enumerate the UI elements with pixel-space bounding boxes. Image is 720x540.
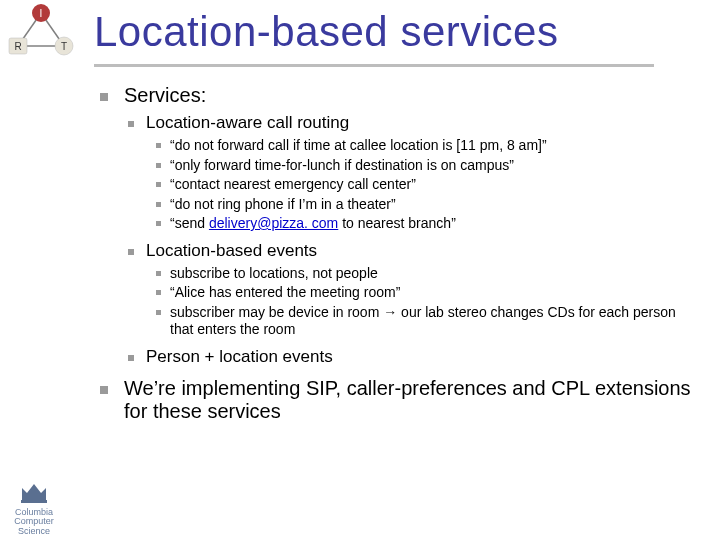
routing-item: “only forward time-for-lunch if destinat…	[156, 157, 700, 175]
routing-item: “do not ring phone if I’m in a theater”	[156, 196, 700, 214]
square-bullet-icon	[156, 202, 161, 207]
bullet-routing: Location-aware call routing	[128, 113, 700, 133]
person-location-label: Person + location events	[146, 347, 333, 366]
svg-rect-6	[21, 500, 47, 503]
routing-item-text: “do not ring phone if I’m in a theater”	[170, 196, 396, 212]
node-r-label: R	[14, 41, 21, 52]
routing-item-email: “send delivery@pizza. com to nearest bra…	[156, 215, 700, 233]
events-item-text: subscribe to locations, not people	[170, 265, 378, 281]
routing-item-text: “do not forward call if time at callee l…	[170, 137, 547, 153]
title-underline	[94, 64, 654, 67]
routing-label: Location-aware call routing	[146, 113, 349, 132]
routing-item-text: “contact nearest emergency call center”	[170, 176, 416, 192]
bullet-implement: We’re implementing SIP, caller-preferenc…	[100, 377, 700, 423]
square-bullet-icon	[100, 93, 108, 101]
events-item: subscribe to locations, not people	[156, 265, 700, 283]
square-bullet-icon	[128, 355, 134, 361]
routing-item: “contact nearest emergency call center”	[156, 176, 700, 194]
square-bullet-icon	[156, 271, 161, 276]
services-heading: Services:	[124, 84, 206, 106]
corner-logo: I R T	[6, 2, 76, 64]
routing-item-text: “only forward time-for-lunch if destinat…	[170, 157, 514, 173]
events-item: subscriber may be device in room → our l…	[156, 304, 700, 339]
email-suffix: to nearest branch”	[338, 215, 456, 231]
email-prefix: “send	[170, 215, 209, 231]
bullet-person-location: Person + location events	[128, 347, 700, 367]
slide: I R T Location-based services Services: …	[0, 0, 720, 540]
logo-line3: Science	[4, 527, 64, 536]
crown-icon	[18, 478, 50, 506]
email-link[interactable]: delivery@pizza. com	[209, 215, 338, 231]
events-item-text: “Alice has entered the meeting room”	[170, 284, 400, 300]
columbia-logo: Columbia Computer Science	[4, 478, 64, 536]
square-bullet-icon	[128, 249, 134, 255]
bullet-services: Services:	[100, 84, 700, 107]
square-bullet-icon	[128, 121, 134, 127]
events-label: Location-based events	[146, 241, 317, 260]
routing-item: “do not forward call if time at callee l…	[156, 137, 700, 155]
slide-title: Location-based services	[94, 8, 558, 56]
node-i-label: I	[40, 8, 43, 19]
square-bullet-icon	[156, 221, 161, 226]
content-area: Services: Location-aware call routing “d…	[100, 84, 700, 429]
square-bullet-icon	[156, 143, 161, 148]
square-bullet-icon	[156, 290, 161, 295]
square-bullet-icon	[100, 386, 108, 394]
implement-text: We’re implementing SIP, caller-preferenc…	[124, 377, 691, 422]
bullet-events: Location-based events	[128, 241, 700, 261]
events-item: “Alice has entered the meeting room”	[156, 284, 700, 302]
events-item-text: subscriber may be device in room → our l…	[170, 304, 676, 338]
square-bullet-icon	[156, 310, 161, 315]
square-bullet-icon	[156, 163, 161, 168]
square-bullet-icon	[156, 182, 161, 187]
node-t-label: T	[61, 41, 67, 52]
